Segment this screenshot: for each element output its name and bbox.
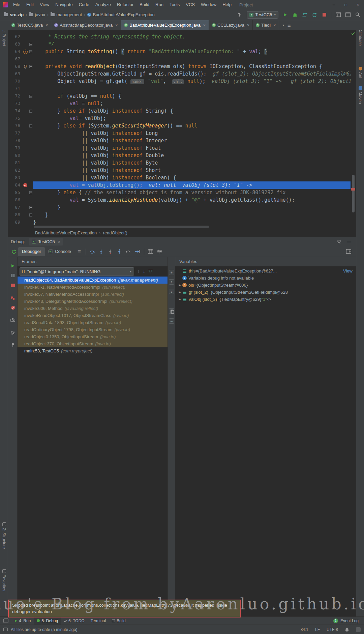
breadcrumb-item[interactable]: javax [29,12,46,17]
code-line-88[interactable]: 88 } [8,211,351,219]
code-line-89[interactable]: 89} [8,219,351,226]
settings-grid-icon[interactable] [155,247,164,256]
coverage-button[interactable] [302,12,308,18]
stripe-structure-button[interactable]: Z: Structure [0,522,8,549]
fold-marker-icon[interactable] [29,110,32,113]
menu-window[interactable]: Window [198,0,219,9]
code-line-64[interactable]: 64↑ public String toString() { return "B… [8,48,351,55]
code-line-78[interactable]: 78 || valObj instanceof Integer [8,137,351,144]
editor-hscrollbar[interactable] [34,226,209,228]
editor-tab-badattributevalueexpexception-java[interactable]: CBadAttributeValueExpException.java× [121,20,209,30]
frame-row[interactable]: readObject0:1350, ObjectInputStream(java… [18,333,168,340]
close-icon[interactable]: × [247,23,249,28]
fold-marker-icon[interactable] [29,213,32,217]
tab-console[interactable]: Console [45,247,75,256]
layout-menu-icon[interactable]: ≣ [75,247,84,256]
variable-row[interactable]: ▶valObj (slot_3) = {TiedMapEntry@629} "1… [175,296,356,303]
breadcrumb-method[interactable]: readObject() [103,230,127,235]
menu-vcs[interactable]: VCS [183,0,198,9]
close-icon[interactable]: × [203,23,206,28]
fold-marker-icon[interactable] [29,65,32,68]
filter-funnel-icon[interactable] [148,269,153,274]
menu-tools[interactable]: Tools [166,0,183,9]
code-line-82[interactable]: 82 || valObj instanceof Short [8,167,351,174]
stripe-maven-button[interactable]: Maven [356,86,364,104]
pause-icon[interactable] [8,273,18,278]
override-icon[interactable]: ↑ [23,50,28,54]
code-line-83[interactable]: 83 || valObj instanceof Boolean) { [8,174,351,181]
close-icon[interactable]: × [115,23,118,28]
expand-arrow-icon[interactable]: ▶ [177,284,182,287]
build-hammer-icon[interactable] [237,12,243,18]
expand-arrow-icon[interactable]: ▶ [177,298,182,301]
mute-breakpoints-icon[interactable] [8,306,18,310]
gear-icon[interactable] [337,239,341,244]
pin-icon[interactable] [8,343,18,347]
tab-debugger[interactable]: Debugger [18,247,45,256]
code-line-69[interactable]: 69 ObjectInputStream.GetField gf = ois.r… [8,70,351,78]
move-down-icon[interactable]: ∨ [169,289,174,294]
breadcrumb-class[interactable]: BadAttributeValueExpException [35,230,97,235]
fold-marker-icon[interactable] [29,50,32,53]
menu-analyze[interactable]: Analyze [92,0,114,9]
watches-icon[interactable]: ∞ [169,318,174,324]
stop-button[interactable] [321,12,327,18]
inspection-ok-icon[interactable] [352,32,355,35]
rerun-coverage-button[interactable] [311,12,317,18]
frame-row[interactable]: invoke0:-1, NativeMethodAccessorImpl(sun… [18,284,168,291]
move-up-icon[interactable]: ∧ [169,279,174,285]
frame-row[interactable]: invokeReadObject:1017, ObjectStreamClass… [18,312,168,319]
editor-tab-abstractmapdecorator-java[interactable]: CAbstractMapDecorator.java× [51,20,121,30]
step-into-icon[interactable] [97,247,106,256]
code-line-85[interactable]: 85 } else { // the serialized object is … [8,189,351,196]
hide-panel-icon[interactable]: — [347,239,351,244]
event-log-button[interactable]: 1 Event Log [333,618,362,623]
code-line-79[interactable]: 79 || valObj instanceof Float [8,144,351,152]
frame-row[interactable]: main:53, TestCC5(com.myproject) [18,347,168,354]
code-line-63[interactable]: 63 */ [8,40,351,48]
notifications-bell-icon[interactable] [345,627,349,632]
tab-list-icon[interactable]: ≣ [287,23,291,28]
close-button[interactable]: × [352,0,364,9]
toolwindow-button-4-run[interactable]: 4: Run [12,617,34,625]
add-watch-icon[interactable]: + [169,270,174,275]
error-stripe-mark[interactable] [351,188,355,191]
variable-row[interactable]: ▶pois = {ObjectInputStream@606} [175,282,356,289]
editor-layout-icon[interactable] [345,12,351,18]
frame-up-icon[interactable]: ↑ [138,269,140,274]
stop-icon[interactable] [8,284,18,287]
frame-row[interactable]: invoke:57, NativeMethodAccessorImpl(sun.… [18,291,168,298]
menu-run[interactable]: Run [152,0,166,9]
close-icon[interactable]: × [46,23,48,28]
chevron-down-icon[interactable]: ▾ [282,23,284,27]
code-line-81[interactable]: 81 || valObj instanceof Byte [8,159,351,167]
frame-row[interactable]: readOrdinaryObject:1798, ObjectInputStre… [18,326,168,333]
menu-help[interactable]: Help [219,0,235,9]
view-breakpoints-icon[interactable] [8,296,18,300]
menu-navigate[interactable]: Navigate [52,0,75,9]
debug-button[interactable] [292,12,298,18]
drop-frame-icon[interactable] [124,247,133,256]
thread-select[interactable]: "main"@1 in group "main": RUNNING ▾ [20,267,134,276]
code-line-73[interactable]: 73 val = null; [8,100,351,107]
view-link[interactable]: View [343,268,356,273]
close-icon[interactable]: × [58,239,60,244]
project-structure-icon[interactable] [335,12,341,18]
maximize-button[interactable]: □ [340,0,352,9]
code-line-71[interactable]: 71 [8,85,351,92]
editor-scrollbar[interactable] [351,30,356,229]
fold-marker-icon[interactable] [29,95,32,98]
breadcrumb-item[interactable]: CBadAttributeValueExpException [87,12,155,17]
search-icon[interactable] [355,12,361,18]
fold-marker-icon[interactable] [29,124,32,127]
debug-settings-gear-icon[interactable] [8,330,18,335]
resize-grip[interactable] [356,627,361,632]
caret-position[interactable]: 84:1 [301,627,308,632]
status-icon[interactable] [3,628,8,631]
toolwindow-switcher-icon[interactable] [3,618,8,623]
breadcrumb-item[interactable]: src.zip [3,12,24,17]
editor-tab-cc1lazy-java[interactable]: CCC1Lazy.java× [209,20,253,30]
fold-marker-icon[interactable] [29,191,32,194]
run-button[interactable] [282,12,288,18]
code-line-87[interactable]: 87 } [8,204,351,211]
